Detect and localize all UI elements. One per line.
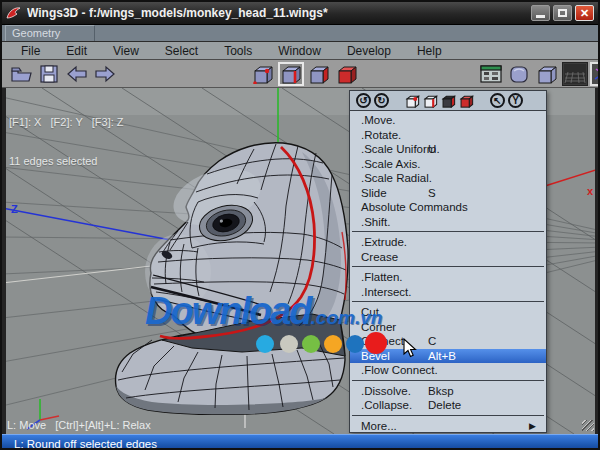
menubar-item-window[interactable]: Window	[265, 44, 334, 58]
window-title: Wings3D - f:/wings_models/monkey_head_11…	[27, 6, 531, 20]
mouse-cursor	[403, 338, 417, 358]
wings3d-wing-icon	[6, 6, 22, 20]
title-bar[interactable]: Wings3D - f:/wings_models/monkey_head_11…	[2, 2, 598, 25]
menu-item-absolute-commands[interactable]: Absolute Commands	[350, 200, 546, 215]
repeat-args-icon[interactable]: ↻	[374, 93, 389, 108]
menu-item-flatten[interactable]: .Flatten.	[350, 270, 546, 285]
edge-mode-icon[interactable]	[423, 94, 438, 108]
menu-item-label: More...	[361, 420, 397, 432]
menu-item-label: .Extrude.	[361, 236, 407, 248]
menu-item-shortcut: Alt+B	[428, 350, 456, 362]
menu-item-extrude[interactable]: .Extrude.	[350, 235, 546, 250]
menu-item-label: .Flow Connect.	[361, 364, 438, 376]
menu-item-label: Slide	[361, 187, 387, 199]
face-mode-icon[interactable]	[306, 62, 332, 86]
axis-x-line	[545, 168, 598, 186]
undo-arrow-icon[interactable]	[64, 62, 90, 86]
menu-item-label: Absolute Commands	[361, 201, 468, 213]
repeat-icon[interactable]: ↺	[356, 93, 371, 108]
menu-item-label: .Rotate.	[361, 129, 401, 141]
geometry-graph-icon[interactable]	[478, 62, 504, 86]
watermark-dot-2	[280, 335, 298, 353]
menu-separator	[352, 266, 544, 267]
maximize-button[interactable]	[553, 5, 572, 21]
smooth-shaded-icon[interactable]	[506, 62, 532, 86]
axis-x-label: x	[587, 185, 593, 197]
submenu-arrow-icon: ▶	[529, 421, 536, 431]
toolbar	[2, 60, 598, 88]
menubar-item-help[interactable]: Help	[404, 44, 455, 58]
menu-item-collapse[interactable]: .Collapse.Delete	[350, 398, 546, 413]
watermark-dot-1	[256, 335, 274, 353]
axis-z-label: Z	[11, 203, 18, 215]
geometry-tab[interactable]: Geometry	[5, 25, 95, 41]
menu-item-move[interactable]: .Move.	[350, 113, 546, 128]
watermark-dot-5	[346, 335, 364, 353]
ground-plane-icon[interactable]	[562, 62, 588, 86]
redo-arrow-icon[interactable]	[92, 62, 118, 86]
menu-item-crease[interactable]: Crease	[350, 250, 546, 265]
menu-item-shortcut: C	[428, 335, 436, 347]
wireframe-icon[interactable]	[534, 62, 560, 86]
menu-item-shortcut: Bksp	[428, 385, 454, 397]
face-mode-icon[interactable]	[441, 94, 456, 108]
viewport-3d[interactable]: [F1]: X [F2]: Y [F3]: Z 11 edges selecte…	[2, 88, 598, 434]
menu-bar: FileEditViewSelectToolsWindowDevelopHelp	[2, 42, 598, 60]
menubar-item-tools[interactable]: Tools	[211, 44, 265, 58]
menu-item-scale-uniform[interactable]: .Scale Uniform.U	[350, 142, 546, 157]
menu-item-shift[interactable]: .Shift.	[350, 215, 546, 230]
geometry-window-bar: Geometry	[2, 25, 598, 42]
vertex-mode-icon[interactable]	[405, 94, 420, 108]
menu-item-slide[interactable]: SlideS	[350, 186, 546, 201]
watermark-dot-3	[302, 335, 320, 353]
hotkeys-line: [F1]: X [F2]: Y [F3]: Z	[9, 116, 124, 129]
minimize-button[interactable]	[531, 5, 550, 21]
edge-mode-icon[interactable]	[278, 62, 304, 86]
watermark-dot-4	[324, 335, 342, 353]
menu-item-label: .Scale Axis.	[361, 158, 420, 170]
save-icon[interactable]	[36, 62, 62, 86]
menu-item-shortcut: S	[428, 187, 436, 199]
context-menu-items: .Move..Rotate..Scale Uniform.U.Scale Axi…	[350, 111, 546, 433]
menu-separator	[352, 231, 544, 232]
menu-item-label: .Scale Radial.	[361, 172, 432, 184]
menu-item-label: Crease	[361, 251, 398, 263]
menubar-item-develop[interactable]: Develop	[334, 44, 404, 58]
menu-item-label: .Dissolve.	[361, 385, 411, 397]
menu-item-rotate[interactable]: .Rotate.	[350, 128, 546, 143]
close-button[interactable]: ✕	[575, 5, 594, 21]
body-mode-icon[interactable]	[334, 62, 360, 86]
pointer-icon[interactable]: ↖	[490, 93, 505, 108]
menu-item-more[interactable]: More...▶	[350, 419, 546, 434]
body-mode-icon[interactable]	[459, 94, 474, 108]
viewport-hud: [F1]: X [F2]: Y [F3]: Z 11 edges selecte…	[9, 90, 124, 194]
menu-item-dissolve[interactable]: .Dissolve.Bksp	[350, 384, 546, 399]
menubar-item-file[interactable]: File	[8, 44, 53, 58]
open-folder-icon[interactable]	[8, 62, 34, 86]
menubar-item-view[interactable]: View	[100, 44, 152, 58]
menu-item-shortcut: Delete	[428, 399, 461, 411]
menubar-item-edit[interactable]: Edit	[53, 44, 100, 58]
menu-item-label: .Shift.	[361, 216, 390, 228]
menu-item-shortcut: U	[428, 143, 436, 155]
menu-separator	[352, 380, 544, 381]
menubar-item-select[interactable]: Select	[152, 44, 211, 58]
edge-context-menu: ↺ ↻ ↖ Y .Move..Rotate..Scale Uniform.U.S…	[349, 90, 547, 433]
menu-item-label: .Flatten.	[361, 271, 403, 283]
menu-item-flow-connect[interactable]: .Flow Connect.	[350, 363, 546, 378]
watermark: Download.com.vn	[145, 290, 382, 333]
watermark-dot-6	[365, 332, 387, 354]
menu-separator	[352, 415, 544, 416]
watermark-text: Download	[145, 290, 311, 332]
status-bar: L: Round off selected edges	[2, 434, 598, 450]
monkey-head-model	[116, 143, 349, 415]
resize-grip[interactable]	[582, 420, 594, 431]
menu-item-scale-axis[interactable]: .Scale Axis.	[350, 157, 546, 172]
watermark-suffix: .com.vn	[311, 307, 383, 328]
mouse-hint-line: L: Move [Ctrl]+[Alt]+L: Relax	[7, 419, 151, 431]
magnet-icon[interactable]: Y	[508, 93, 523, 108]
menu-item-scale-radial[interactable]: .Scale Radial.	[350, 171, 546, 186]
axes-icon[interactable]	[590, 62, 600, 86]
vertex-mode-icon[interactable]	[250, 62, 276, 86]
context-menu-header: ↺ ↻ ↖ Y	[350, 91, 546, 111]
